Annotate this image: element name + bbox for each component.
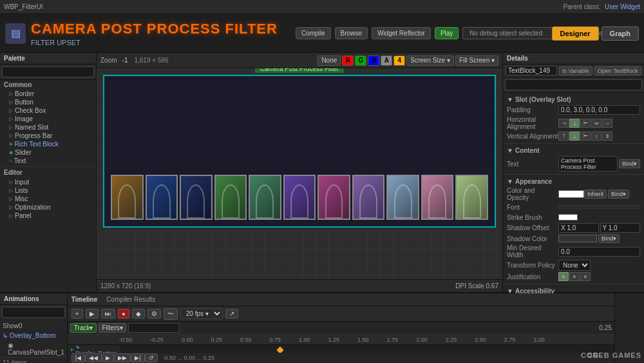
palette-item-named-slot[interactable]: ▷Named Slot	[0, 123, 96, 132]
text-bind-button[interactable]: Bind▾	[619, 159, 640, 168]
channel-g-button[interactable]: G	[355, 55, 366, 66]
palette-item-optimization[interactable]: ▷Optimization	[0, 203, 96, 211]
palette-item-misc[interactable]: ▷Misc	[0, 195, 96, 203]
color-bind-button[interactable]: Bind▾	[608, 190, 629, 199]
palette-item-panel[interactable]: ▷Panel	[0, 211, 96, 220]
shadow-color-swatch[interactable]	[558, 235, 597, 242]
h-align-stretch-button[interactable]: ↔	[602, 119, 612, 128]
slot-section: ▼ Slot (Overlay Slot) Padding 0.0, 3.0, …	[503, 93, 644, 144]
shadow-offset-y[interactable]: Y 1.0	[600, 223, 641, 233]
is-variable-button[interactable]: Is Variable	[559, 66, 592, 75]
compiler-tab[interactable]: Compiler Results	[106, 296, 155, 303]
details-header: Details	[503, 53, 644, 64]
justify-right-button[interactable]: ≡	[580, 272, 591, 281]
palette-item-progress-bar[interactable]: ▷Progress Bar	[0, 132, 96, 140]
keyframe-1[interactable]	[276, 346, 283, 353]
compile-button[interactable]: Compile	[296, 27, 331, 39]
vertical-alignment-label: Vertical Alignment	[507, 133, 558, 140]
tl-curve-button[interactable]: 〜	[164, 308, 178, 320]
palette-item-image[interactable]: ▷Image	[0, 115, 96, 123]
canvas-slot-item[interactable]: ◉ CanvasPanelSlot_1	[0, 340, 67, 357]
h-align-right-button[interactable]: ⊢	[580, 119, 591, 128]
show-label: Show0	[0, 320, 67, 331]
fps-select[interactable]: 20 fps ▾	[180, 308, 223, 319]
palette-item-checkbox[interactable]: ▷Check Box	[0, 106, 96, 115]
debug-select[interactable]: No debug object selected	[462, 27, 565, 39]
shadow-color-bind-button[interactable]: Bind▾	[598, 234, 620, 243]
canvas-buttons: None R G B A 4 Screen Size ▾ Fill Screen…	[317, 55, 498, 66]
track-button[interactable]: Track▾	[70, 323, 97, 333]
tl-snap-button[interactable]: ↗	[225, 309, 238, 319]
timeline-tab[interactable]: Timeline	[71, 296, 97, 303]
reflector-button[interactable]: Widget Reflector	[372, 27, 431, 39]
palette-item-input[interactable]: ▷Input	[0, 178, 96, 186]
h-align-fill-button[interactable]: ⇔	[591, 119, 601, 128]
shadow-offset-x[interactable]: X 1.0	[558, 223, 599, 233]
screen-size-button[interactable]: Screen Size ▾	[406, 55, 454, 66]
tl-step-back-button[interactable]: ◀◀	[85, 353, 102, 362]
designer-mode-button[interactable]: Designer	[552, 26, 599, 41]
justify-center-button[interactable]: ≡	[569, 272, 580, 281]
channel-a-button[interactable]: A	[381, 55, 392, 66]
widget-name-input[interactable]	[506, 66, 557, 75]
tl-add-button[interactable]: +	[71, 309, 83, 319]
content-section-header[interactable]: ▼ Content	[503, 146, 644, 155]
tl-settings-button[interactable]: ⚙	[147, 309, 161, 319]
tl-loop-button[interactable]: ↺	[145, 353, 158, 362]
palette-item-rich-text[interactable]: + Rich Text Block	[0, 140, 96, 148]
vertical-alignment-row: Vertical Alignment ⊤ ⊥ ⊢ ↕ ⇕	[503, 131, 644, 141]
channel-b-button[interactable]: B	[368, 55, 379, 66]
animations-search-input[interactable]	[2, 307, 65, 318]
details-search-input[interactable]	[505, 79, 642, 90]
canvas-viewport: Camera Post Process Filter	[97, 68, 502, 279]
open-textblock-button[interactable]: Open TextBlock	[594, 66, 641, 75]
v-align-fill-button[interactable]: ↕	[591, 132, 601, 141]
v-align-stretch-button[interactable]: ⇕	[602, 132, 612, 141]
tl-play-bottom-button[interactable]: ▶	[102, 353, 114, 362]
slot-section-header[interactable]: ▼ Slot (Overlay Slot)	[503, 95, 644, 104]
padding-value[interactable]: 0.0, 3.0, 0.0, 0.0	[558, 105, 640, 115]
play-button[interactable]: Play	[435, 27, 459, 39]
film-cell-3	[180, 175, 213, 220]
main-layout: Palette Common ▷Border ▷Button ▷Check Bo…	[0, 53, 644, 292]
palette-item-lists[interactable]: ▷Lists	[0, 186, 96, 195]
palette-item-button[interactable]: ▷Button	[0, 98, 96, 106]
tl-go-start-button[interactable]: |◀	[71, 353, 85, 362]
color-swatch[interactable]	[558, 190, 584, 198]
tl-keyframe-button[interactable]: ◆	[132, 309, 145, 319]
appearance-chevron-icon: ▼	[507, 178, 513, 185]
fill-screen-button[interactable]: Fill Screen ▾	[455, 55, 498, 66]
graph-mode-button[interactable]: Graph	[601, 26, 639, 41]
note-button[interactable]: None	[317, 55, 341, 66]
overlay-bottom-item[interactable]: ↳ Overlay_Bottom	[0, 331, 67, 340]
channel-num-button[interactable]: 4	[393, 55, 405, 66]
transform-policy-select[interactable]: None	[558, 260, 591, 271]
text-value[interactable]: Camera Post Process Filter	[558, 156, 618, 172]
v-align-middle-button[interactable]: ⊥	[569, 132, 580, 141]
track-add-icon[interactable]: +	[70, 346, 74, 353]
v-align-top-button[interactable]: ⊤	[558, 132, 569, 141]
palette-item-slider[interactable]: ◈Slider	[0, 148, 96, 157]
tl-go-end-button[interactable]: ▶|	[131, 353, 144, 362]
palette-item-border[interactable]: ▷Border	[0, 90, 96, 98]
channel-r-button[interactable]: R	[342, 55, 354, 66]
tl-play-forward-button[interactable]: ▶▶	[114, 353, 131, 362]
filters-button[interactable]: Filters▾	[99, 323, 126, 333]
palette-item-text[interactable]: ○Text	[0, 157, 96, 165]
min-desired-width-value[interactable]: 0.0	[558, 247, 640, 257]
inherit-button[interactable]: Inherit	[584, 190, 607, 199]
font-value[interactable]	[558, 206, 640, 208]
appearance-section-header[interactable]: ▼ Appearance	[503, 177, 644, 186]
track-search-input[interactable]	[128, 323, 180, 333]
justify-left-button[interactable]: ≡	[558, 272, 569, 281]
color-opacity-row: Color and Opacity Inherit Bind▾	[503, 186, 644, 202]
v-align-bottom-button[interactable]: ⊢	[580, 132, 591, 141]
tl-record-button[interactable]: ●	[118, 309, 129, 319]
tl-step-forward-button[interactable]: ⏭	[101, 309, 115, 319]
strike-brush-swatch[interactable]	[558, 214, 578, 221]
h-align-left-button[interactable]: ⊣	[558, 119, 569, 128]
browse-button[interactable]: Browse	[335, 27, 368, 39]
tl-play-button[interactable]: ▶	[86, 309, 99, 319]
palette-search-input[interactable]	[2, 66, 94, 77]
h-align-center-button[interactable]: ⊥	[569, 119, 580, 128]
